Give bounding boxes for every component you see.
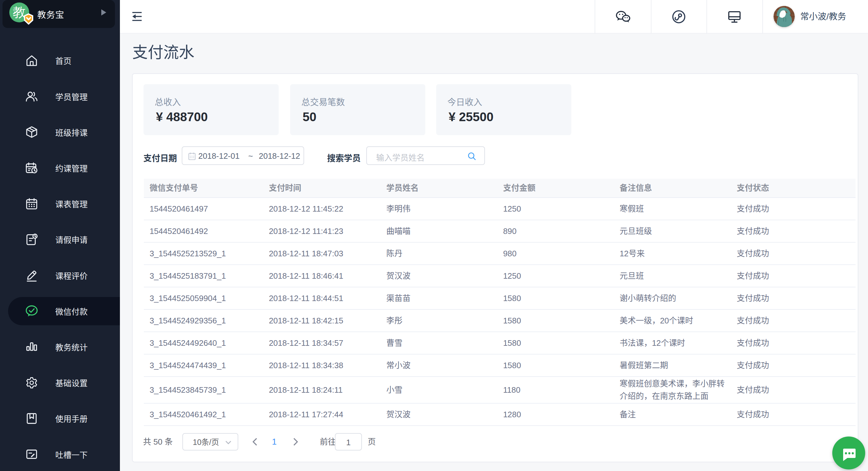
svg-text:教: 教 [13,5,26,20]
